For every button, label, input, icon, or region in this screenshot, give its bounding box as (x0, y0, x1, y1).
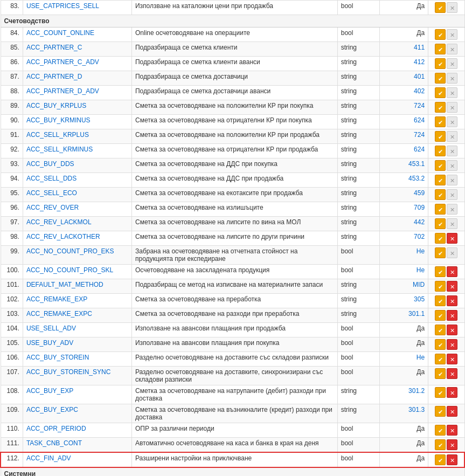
setting-type: string (337, 115, 380, 129)
delete-button-disabled: ✕ (447, 102, 457, 113)
setting-key[interactable]: ACC_OPR_PERIOD (23, 423, 131, 438)
setting-desc: Сметка за осчетоводяване на натрупаните … (131, 385, 337, 404)
edit-button[interactable]: ✔ (435, 387, 446, 398)
edit-button[interactable]: ✔ (435, 439, 446, 450)
edit-button[interactable]: ✔ (435, 116, 446, 127)
row-number: 112. (1, 452, 23, 467)
row-number: 101. (1, 279, 23, 294)
row-number: 104. (1, 323, 23, 337)
row-number: 91. (1, 129, 23, 144)
action-buttons: ✔✕ (428, 100, 464, 115)
setting-key[interactable]: ACC_REMAKE_EXPC (23, 308, 131, 323)
edit-button[interactable]: ✔ (435, 131, 446, 142)
setting-key[interactable]: DEFAULT_MAT_METHOD (23, 279, 131, 294)
setting-key[interactable]: ACC_PARTNER_C (23, 42, 131, 57)
setting-key[interactable]: ACC_BUY_KRPLUS (23, 100, 131, 115)
action-buttons: ✔✕ (428, 337, 464, 352)
setting-desc: Сметка за осчетоводяване на възникналите… (131, 404, 337, 423)
delete-button[interactable]: ✕ (447, 325, 457, 335)
setting-value: 724 (380, 129, 428, 144)
edit-button[interactable]: ✔ (435, 368, 446, 379)
setting-key[interactable]: USE_BUY_ADV (23, 337, 131, 352)
edit-button[interactable]: ✔ (435, 87, 446, 98)
setting-key[interactable]: ACC_SELL_DDS (23, 173, 131, 188)
action-buttons: ✔✕ (428, 294, 464, 308)
edit-button[interactable]: ✔ (435, 425, 446, 436)
setting-key[interactable]: ACC_BUY_KRMINUS (23, 115, 131, 129)
action-buttons: ✔✕ (428, 27, 464, 42)
setting-key[interactable]: ACC_PARTNER_D_ADV (23, 86, 131, 100)
delete-button[interactable]: ✕ (447, 310, 457, 321)
delete-button-disabled: ✕ (447, 146, 457, 156)
setting-value: MID (380, 279, 428, 294)
edit-button[interactable]: ✔ (435, 29, 446, 40)
setting-key[interactable]: ACC_REV_LACKOTHER (23, 231, 131, 246)
edit-button[interactable]: ✔ (435, 233, 446, 244)
setting-key[interactable]: ACC_SELL_KRMINUS (23, 144, 131, 158)
setting-key[interactable]: ACC_SELL_KRPLUS (23, 129, 131, 144)
edit-button[interactable]: ✔ (435, 454, 446, 465)
setting-key[interactable]: TASK_CNB_CONT (23, 438, 131, 453)
setting-value: Не (380, 246, 428, 265)
edit-button[interactable]: ✔ (435, 189, 446, 200)
setting-key[interactable]: ACC_REV_OVER (23, 202, 131, 217)
setting-key[interactable]: ACC_REMAKE_EXP (23, 294, 131, 308)
setting-key[interactable]: ACC_BUY_STOREIN (23, 352, 131, 367)
delete-button[interactable]: ✕ (447, 266, 457, 277)
setting-key[interactable]: ACC_BUY_STOREIN_SYNC (23, 367, 131, 385)
delete-button-disabled: ✕ (447, 218, 457, 229)
edit-button[interactable]: ✔ (435, 73, 446, 84)
edit-button[interactable]: ✔ (435, 102, 446, 113)
setting-type: string (337, 308, 380, 323)
setting-key[interactable]: ACC_REV_LACKMOL (23, 217, 131, 231)
setting-key[interactable]: USE_SELL_ADV (23, 323, 131, 337)
delete-button[interactable]: ✕ (447, 406, 457, 417)
delete-button[interactable]: ✕ (447, 425, 457, 436)
edit-button[interactable]: ✔ (435, 310, 446, 321)
settings-table-container: 83. USE_CATPRICES_SELL Използване на кат… (0, 0, 465, 476)
edit-button[interactable]: ✔ (435, 58, 446, 69)
edit-button[interactable]: ✔ (435, 325, 446, 335)
edit-button[interactable]: ✔ (435, 406, 446, 417)
action-buttons: ✔✕ (428, 265, 464, 279)
setting-type: bool (337, 246, 380, 265)
edit-button[interactable]: ✔ (435, 175, 446, 185)
delete-button[interactable]: ✕ (447, 339, 457, 350)
delete-button[interactable]: ✕ (447, 281, 457, 292)
row-number: 105. (1, 337, 23, 352)
setting-key[interactable]: ACC_FIN_ADV (23, 452, 131, 467)
edit-button[interactable]: ✔ (435, 295, 446, 306)
setting-key[interactable]: ACC_SELL_ECO (23, 188, 131, 202)
setting-key[interactable]: ACC_NO_COUNT_PRO_SKL (23, 265, 131, 279)
edit-button[interactable]: ✔ (435, 266, 446, 277)
setting-key[interactable]: ACC_NO_COUNT_PRO_EKS (23, 246, 131, 265)
delete-button[interactable]: ✕ (447, 354, 457, 364)
setting-key[interactable]: ACC_BUY_EXP (23, 385, 131, 404)
edit-button[interactable]: ✔ (435, 44, 446, 54)
edit-button[interactable]: ✔ (435, 339, 446, 350)
setting-desc: Разделно осчетоводяване на доставките, с… (131, 367, 337, 385)
edit-button[interactable]: ✔ (435, 146, 446, 156)
setting-key[interactable]: ACC_PARTNER_D (23, 71, 131, 86)
delete-button[interactable]: ✕ (447, 295, 457, 306)
setting-key[interactable]: USE_CATPRICES_SELL (23, 1, 131, 15)
edit-button[interactable]: ✔ (435, 247, 446, 258)
setting-key[interactable]: ACC_BUY_DDS (23, 158, 131, 173)
delete-button[interactable]: ✕ (447, 368, 457, 379)
edit-button[interactable]: ✔ (435, 281, 446, 292)
setting-key[interactable]: ACC_PARTNER_C_ADV (23, 57, 131, 71)
edit-button[interactable]: ✔ (435, 354, 446, 364)
delete-button[interactable]: ✕ (447, 439, 457, 450)
delete-button-disabled: ✕ (447, 131, 457, 142)
edit-button[interactable]: ✔ (435, 160, 446, 171)
delete-button[interactable]: ✕ (447, 233, 457, 244)
delete-button[interactable]: ✕ (447, 387, 457, 398)
edit-button[interactable]: ✔ (435, 2, 446, 13)
setting-key[interactable]: ACC_BUY_EXPC (23, 404, 131, 423)
setting-key[interactable]: ACC_COUNT_ONLINE (23, 27, 131, 42)
delete-button[interactable]: ✕ (447, 454, 457, 465)
row-number: 110. (1, 423, 23, 438)
edit-button[interactable]: ✔ (435, 204, 446, 215)
row-number: 96. (1, 202, 23, 217)
edit-button[interactable]: ✔ (435, 218, 446, 229)
